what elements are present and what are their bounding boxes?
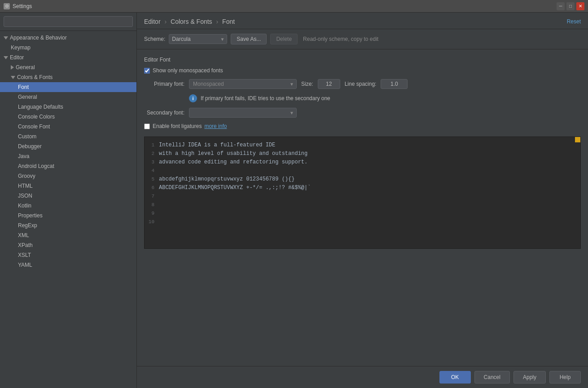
sidebar-item-label: General [16,64,35,71]
delete-button[interactable]: Delete [270,34,298,44]
line-number-8: 8 [145,202,157,207]
enable-ligatures-checkbox[interactable] [144,123,150,129]
sidebar-item-font[interactable]: Font [0,82,136,92]
sidebar-item-label: Console Colors [18,114,55,120]
sidebar-item-language-defaults[interactable]: Language Defaults [0,102,136,112]
line-number-6: 6 [145,185,157,190]
sidebar-item-xpath[interactable]: XPath [0,240,136,250]
sidebar-item-java[interactable]: Java [0,151,136,161]
preview-area: 1 IntelliJ IDEA is a full-featured IDE 2… [144,137,581,249]
line-number-2: 2 [145,151,157,156]
sidebar-item-label: Console Font [18,123,50,130]
line-content-5: abcdefghijklmnopqrstuvwxyz 0123456789 ()… [157,176,294,182]
expand-icon [11,65,14,70]
app-icon: ⚙ [4,3,10,9]
sidebar-item-label: Android Logcat [18,163,54,169]
line-number-9: 9 [145,211,157,216]
line-content-6: ABCDEFGHIJKLMNOPQRSTUVWXYZ +-*/= .,:;!? … [157,185,311,191]
line-spacing-input[interactable] [381,79,408,89]
search-input[interactable] [4,16,133,27]
sidebar-item-properties[interactable]: Properties [0,211,136,220]
sidebar-item-xslt[interactable]: XSLT [0,250,136,260]
sidebar-item-editor[interactable]: Editor [0,53,136,62]
scheme-select[interactable]: Darcula Default High Contrast [169,34,227,44]
preview-line-6: 6 ABCDEFGHIJKLMNOPQRSTUVWXYZ +-*/= .,:;!… [145,183,580,192]
save-as-button[interactable]: Save As... [231,34,267,44]
preview-line-9: 9 [145,209,580,217]
enable-ligatures-label[interactable]: Enable font ligatures [153,123,202,129]
sidebar-item-console-font[interactable]: Console Font [0,122,136,132]
info-text: If primary font fails, IDE tries to use … [201,95,330,101]
breadcrumb-part-font: Font [222,18,235,25]
line-number-1: 1 [145,142,157,148]
sidebar-item-kotlin[interactable]: Kotlin [0,201,136,211]
minimize-button[interactable]: ─ [557,2,565,10]
content-area: Editor › Colors & Fonts › Font Reset Sch… [137,13,588,388]
breadcrumb-sep-2: › [216,18,219,25]
sidebar-item-label: Java [18,153,29,159]
line-number-10: 10 [145,219,157,225]
sidebar-item-label: Kotlin [18,203,31,209]
sidebar-item-custom[interactable]: Custom [0,132,136,141]
sidebar-item-label: Font [18,84,29,90]
secondary-font-row: Secondary font: ▼ [144,108,581,118]
sidebar-item-yaml[interactable]: YAML [0,260,136,270]
sidebar-item-groovy[interactable]: Groovy [0,171,136,181]
preview-line-2: 2 with a high level of usability and out… [145,149,580,158]
secondary-font-label: Secondary font: [144,110,184,116]
help-button[interactable]: Help [549,371,581,384]
secondary-font-select[interactable] [189,108,297,118]
sidebar-item-html[interactable]: HTML [0,181,136,191]
sidebar-item-label: HTML [18,183,33,189]
sidebar-item-label: JSON [18,193,32,199]
close-button[interactable]: ✕ [576,2,584,10]
show-monospaced-label[interactable]: Show only monospaced fonts [153,67,223,74]
readonly-text: Read-only scheme, copy to edit [303,36,378,42]
expand-icon [4,36,8,40]
sidebar-item-colors-fonts[interactable]: Colors & Fonts [0,72,136,82]
title-controls[interactable]: ─ □ ✕ [557,2,584,10]
maximize-button[interactable]: □ [566,2,575,10]
preview-line-1: 1 IntelliJ IDEA is a full-featured IDE [145,141,580,149]
window-title: Settings [13,3,32,9]
preview-line-5: 5 abcdefghijklmnopqrstuvwxyz 0123456789 … [145,175,580,183]
search-wrapper: 🔍 [4,16,133,27]
title-bar-left: ⚙ Settings [4,3,32,9]
sidebar-item-label: XPath [18,242,33,248]
search-box: 🔍 [0,13,136,31]
sidebar-item-label: Editor [10,54,24,61]
sidebar-item-debugger[interactable]: Debugger [0,141,136,151]
sidebar-item-label: General [18,94,37,100]
sidebar-item-appearance-behavior[interactable]: Appearance & Behavior [0,33,136,43]
main-container: 🔍 Appearance & Behavior Keymap Editor [0,13,588,388]
sidebar-item-keymap[interactable]: Keymap [0,43,136,53]
preview-line-7: 7 [145,192,580,200]
show-monospaced-checkbox[interactable] [144,68,150,74]
breadcrumb: Editor › Colors & Fonts › Font [144,18,235,25]
cancel-button[interactable]: Cancel [474,371,510,384]
info-row: i If primary font fails, IDE tries to us… [144,94,581,102]
sidebar-item-android-logcat[interactable]: Android Logcat [0,161,136,171]
sidebar-item-label: Debugger [18,143,42,150]
primary-font-select[interactable]: Monospaced [189,79,297,89]
reset-button[interactable]: Reset [567,18,581,25]
sidebar-item-general2[interactable]: General [0,92,136,102]
ok-button[interactable]: OK [439,371,471,384]
sidebar-item-label: Properties [18,212,43,219]
sidebar-item-console-colors[interactable]: Console Colors [0,112,136,122]
sidebar-item-label: YAML [18,262,32,268]
size-input[interactable] [318,79,340,89]
preview-line-3: 3 advanced code editing and refactoring … [145,158,580,166]
line-number-7: 7 [145,194,157,199]
line-spacing-label: Line spacing: [345,81,377,87]
more-info-link[interactable]: more info [204,123,227,129]
sidebar: 🔍 Appearance & Behavior Keymap Editor [0,13,137,388]
sidebar-item-json[interactable]: JSON [0,191,136,201]
sidebar-item-regexp[interactable]: RegExp [0,220,136,230]
apply-button[interactable]: Apply [513,371,546,384]
sidebar-item-general[interactable]: General [0,62,136,72]
preview-line-4: 4 [145,166,580,175]
sidebar-item-label: Colors & Fonts [17,74,53,80]
sidebar-item-xml[interactable]: XML [0,230,136,240]
sidebar-item-label: RegExp [18,222,37,229]
